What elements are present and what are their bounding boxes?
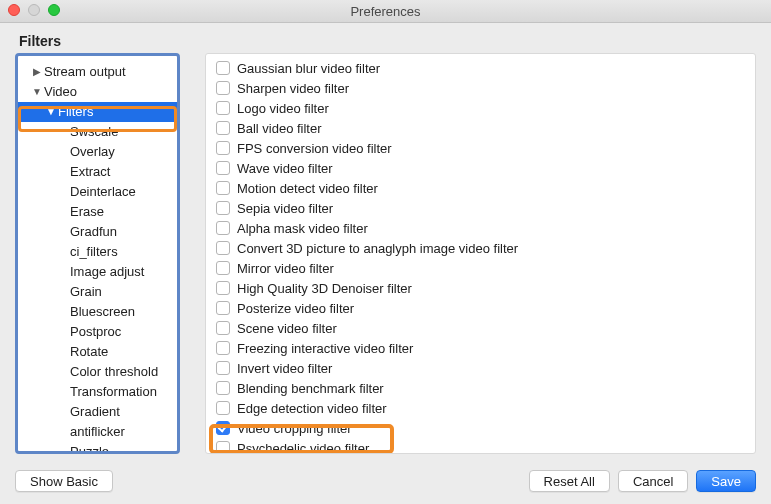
window-title: Preferences: [0, 4, 771, 19]
sidebar-item-gradient[interactable]: Gradient: [18, 402, 177, 422]
sidebar-item-transformation[interactable]: Transformation: [18, 382, 177, 402]
sidebar-item-swscale[interactable]: Swscale: [18, 122, 177, 142]
sidebar-item-gradfun[interactable]: Gradfun: [18, 222, 177, 242]
sidebar-item-label: Rotate: [68, 342, 108, 362]
filter-label: Motion detect video filter: [237, 181, 378, 196]
filter-row[interactable]: Scene video filter: [216, 318, 755, 338]
filter-checkbox[interactable]: [216, 221, 230, 235]
filter-row[interactable]: FPS conversion video filter: [216, 138, 755, 158]
chevron-right-icon[interactable]: ▶: [32, 62, 42, 82]
sidebar-item-overlay[interactable]: Overlay: [18, 142, 177, 162]
filter-checkbox[interactable]: [216, 61, 230, 75]
filter-checkbox[interactable]: [216, 401, 230, 415]
filter-label: Ball video filter: [237, 121, 322, 136]
filter-checkbox[interactable]: [216, 441, 230, 454]
filter-row[interactable]: Mirror video filter: [216, 258, 755, 278]
filter-row[interactable]: Video cropping filter: [216, 418, 755, 438]
sidebar-item-label: Puzzle: [68, 442, 109, 454]
sidebar-item-label: Bluescreen: [68, 302, 135, 322]
filter-label: Sharpen video filter: [237, 81, 349, 96]
reset-all-button[interactable]: Reset All: [529, 470, 610, 492]
sidebar-item-postproc[interactable]: Postproc: [18, 322, 177, 342]
filter-label: Sepia video filter: [237, 201, 333, 216]
filter-checkbox[interactable]: [216, 361, 230, 375]
sidebar-item-stream-output[interactable]: ▶Stream output: [18, 62, 177, 82]
filter-row[interactable]: Freezing interactive video filter: [216, 338, 755, 358]
filters-panel: Gaussian blur video filterSharpen video …: [205, 53, 756, 454]
filter-row[interactable]: Motion detect video filter: [216, 178, 755, 198]
sidebar-item-label: antiflicker: [68, 422, 125, 442]
show-basic-button[interactable]: Show Basic: [15, 470, 113, 492]
sidebar-item-video[interactable]: ▼Video: [18, 82, 177, 102]
filter-checkbox[interactable]: [216, 261, 230, 275]
sidebar-item-deinterlace[interactable]: Deinterlace: [18, 182, 177, 202]
filter-checkbox[interactable]: [216, 421, 230, 435]
filter-checkbox[interactable]: [216, 141, 230, 155]
sidebar-item-color-threshold[interactable]: Color threshold: [18, 362, 177, 382]
filter-checkbox[interactable]: [216, 281, 230, 295]
filter-row[interactable]: Ball video filter: [216, 118, 755, 138]
filter-row[interactable]: Gaussian blur video filter: [216, 58, 755, 78]
filter-label: Blending benchmark filter: [237, 381, 384, 396]
filter-label: Psychedelic video filter: [237, 441, 369, 455]
cancel-button[interactable]: Cancel: [618, 470, 688, 492]
filter-checkbox[interactable]: [216, 241, 230, 255]
sidebar-item-grain[interactable]: Grain: [18, 282, 177, 302]
filter-label: High Quality 3D Denoiser filter: [237, 281, 412, 296]
sidebar-item-bluescreen[interactable]: Bluescreen: [18, 302, 177, 322]
filter-label: Video cropping filter: [237, 421, 352, 436]
filter-checkbox[interactable]: [216, 201, 230, 215]
filter-row[interactable]: Posterize video filter: [216, 298, 755, 318]
sidebar-item-label: Gradient: [68, 402, 120, 422]
save-button[interactable]: Save: [696, 470, 756, 492]
chevron-down-icon[interactable]: ▼: [32, 82, 42, 102]
maximize-icon[interactable]: [48, 4, 60, 16]
filter-row[interactable]: Psychedelic video filter: [216, 438, 755, 454]
filter-row[interactable]: Alpha mask video filter: [216, 218, 755, 238]
filter-checkbox[interactable]: [216, 181, 230, 195]
sidebar-item-label: Extract: [68, 162, 110, 182]
sidebar-item-label: Image adjust: [68, 262, 144, 282]
page-title: Filters: [15, 33, 756, 49]
sidebar-item-image-adjust[interactable]: Image adjust: [18, 262, 177, 282]
filter-row[interactable]: Sepia video filter: [216, 198, 755, 218]
filter-checkbox[interactable]: [216, 381, 230, 395]
filter-checkbox[interactable]: [216, 301, 230, 315]
sidebar-item-puzzle[interactable]: Puzzle: [18, 442, 177, 454]
sidebar-item-erase[interactable]: Erase: [18, 202, 177, 222]
filter-label: Posterize video filter: [237, 301, 354, 316]
filter-checkbox[interactable]: [216, 101, 230, 115]
sidebar-item-rotate[interactable]: Rotate: [18, 342, 177, 362]
sidebar-tree[interactable]: ▶Stream output▼Video▼FiltersSwscaleOverl…: [18, 62, 177, 454]
filter-label: Gaussian blur video filter: [237, 61, 380, 76]
sidebar-item-antiflicker[interactable]: antiflicker: [18, 422, 177, 442]
sidebar-item-extract[interactable]: Extract: [18, 162, 177, 182]
window-controls: [8, 4, 60, 16]
sidebar-item-ci-filters[interactable]: ci_filters: [18, 242, 177, 262]
filter-row[interactable]: Logo video filter: [216, 98, 755, 118]
filter-row[interactable]: High Quality 3D Denoiser filter: [216, 278, 755, 298]
sidebar-item-label: Transformation: [68, 382, 157, 402]
filter-checkbox[interactable]: [216, 121, 230, 135]
titlebar: Preferences: [0, 0, 771, 23]
sidebar-panel: ▶Stream output▼Video▼FiltersSwscaleOverl…: [15, 53, 180, 454]
filter-row[interactable]: Invert video filter: [216, 358, 755, 378]
filter-checkbox[interactable]: [216, 341, 230, 355]
filter-checkbox[interactable]: [216, 321, 230, 335]
sidebar-item-label: Color threshold: [68, 362, 158, 382]
filter-label: Invert video filter: [237, 361, 332, 376]
filters-checkbox-list[interactable]: Gaussian blur video filterSharpen video …: [206, 54, 755, 454]
filter-label: Mirror video filter: [237, 261, 334, 276]
filter-checkbox[interactable]: [216, 81, 230, 95]
filter-checkbox[interactable]: [216, 161, 230, 175]
chevron-down-icon[interactable]: ▼: [46, 102, 56, 122]
filter-row[interactable]: Blending benchmark filter: [216, 378, 755, 398]
filter-label: Edge detection video filter: [237, 401, 387, 416]
filter-row[interactable]: Convert 3D picture to anaglyph image vid…: [216, 238, 755, 258]
filter-row[interactable]: Sharpen video filter: [216, 78, 755, 98]
filter-row[interactable]: Edge detection video filter: [216, 398, 755, 418]
sidebar-item-label: Overlay: [68, 142, 115, 162]
filter-row[interactable]: Wave video filter: [216, 158, 755, 178]
sidebar-item-filters[interactable]: ▼Filters: [18, 102, 177, 122]
close-icon[interactable]: [8, 4, 20, 16]
